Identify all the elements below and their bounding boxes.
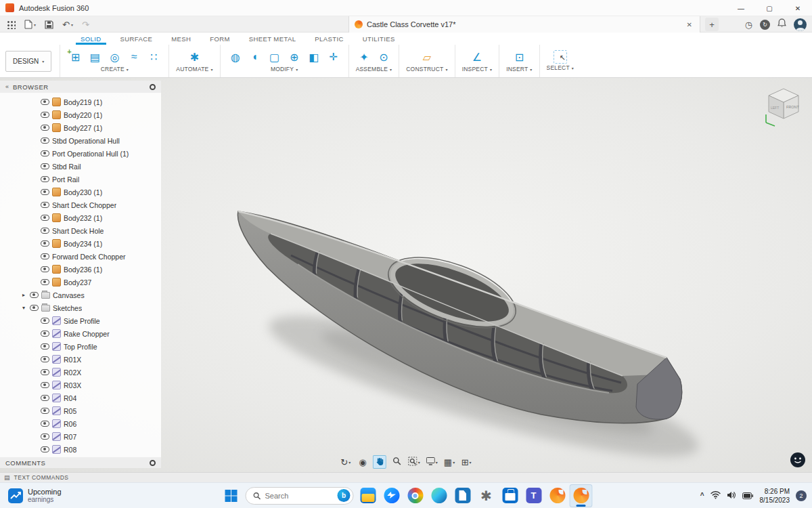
visibility-eye-icon[interactable] (41, 150, 49, 156)
bing-icon[interactable]: b (338, 489, 351, 502)
expand-caret-icon[interactable] (20, 292, 27, 298)
save-icon[interactable] (45, 20, 53, 29)
visibility-eye-icon[interactable] (41, 318, 49, 324)
zoom-icon[interactable]: ▾ (390, 455, 403, 469)
redo-icon[interactable]: ↷ (82, 20, 89, 30)
browser-item[interactable]: Canvases (0, 289, 161, 301)
taskbar-app-edge[interactable] (428, 484, 451, 507)
file-menu-icon[interactable]: ▾ (24, 20, 36, 29)
taskbar-app-libreoffice[interactable] (451, 484, 474, 507)
fit-icon[interactable]: ▾ (407, 455, 422, 469)
visibility-eye-icon[interactable] (41, 228, 49, 234)
construct-plane-icon[interactable]: ▱ (419, 49, 435, 65)
extrude-icon[interactable]: ▤ (87, 49, 103, 65)
taskbar-app-store[interactable] (499, 484, 522, 507)
insert-menu-label[interactable]: INSERT▾ (506, 66, 532, 72)
ribbon-tab[interactable]: MESH (166, 33, 196, 45)
browser-item[interactable]: Forward Deck Chopper (0, 250, 161, 263)
pattern-icon[interactable]: ∷ (145, 49, 162, 65)
browser-item[interactable]: Body219 (1) (0, 96, 161, 108)
orbit-icon[interactable]: ↻▾ (339, 455, 353, 469)
document-tab[interactable]: Castle Class Corvette v17* ✕ (348, 16, 700, 33)
browser-item[interactable]: Rake Chopper (0, 327, 161, 340)
browser-item[interactable]: Body237 (0, 276, 161, 289)
battery-icon[interactable] (742, 490, 754, 502)
taskbar-widget[interactable]: Upcoming earnings (4, 483, 66, 508)
hidden-icons-chevron[interactable]: ^ (700, 492, 704, 499)
fillet-icon[interactable]: ◖ (247, 49, 263, 65)
browser-item[interactable]: R06 (0, 417, 161, 430)
visibility-eye-icon[interactable] (41, 369, 49, 375)
browser-item[interactable]: Shart Deck Hole (0, 224, 161, 237)
visibility-eye-icon[interactable] (41, 421, 49, 427)
browser-item[interactable]: Top Profile (0, 340, 161, 353)
browser-item[interactable]: Stbd Rail (0, 160, 161, 173)
visibility-eye-icon[interactable] (41, 240, 49, 247)
press-pull-icon[interactable]: ◍ (227, 49, 244, 65)
view-cube[interactable]: FRONT LEFT (762, 83, 805, 128)
search-input[interactable] (265, 492, 334, 500)
text-commands-bar[interactable]: ▤ TEXT COMMANDS (0, 472, 812, 482)
taskbar-app-fusion-360-active[interactable] (570, 484, 593, 507)
measure-icon[interactable]: ∠ (469, 49, 485, 65)
visibility-eye-icon[interactable] (41, 125, 49, 131)
create-sketch-icon[interactable]: ⊞ (67, 49, 83, 65)
taskbar-app-teams[interactable] (522, 484, 545, 507)
extensions-icon[interactable]: ↻ (760, 20, 770, 30)
taskbar-app-fusion-360[interactable] (546, 484, 569, 507)
taskbar-app-file-explorer[interactable] (357, 484, 380, 507)
construct-menu-label[interactable]: CONSTRUCT▾ (406, 66, 447, 72)
sweep-icon[interactable]: ≈ (126, 49, 142, 65)
browser-item[interactable]: Body234 (1) (0, 237, 161, 250)
shell-icon[interactable]: ▢ (267, 49, 283, 65)
visibility-eye-icon[interactable] (41, 163, 49, 169)
new-tab-button[interactable]: + (705, 18, 719, 31)
browser-item[interactable]: R02X (0, 366, 161, 379)
combine-icon[interactable]: ⊕ (286, 49, 302, 65)
display-settings-dot-icon[interactable] (150, 84, 156, 90)
maximize-button[interactable]: ▢ (755, 0, 784, 16)
joint-icon[interactable]: ⊙ (376, 49, 392, 65)
visibility-eye-icon[interactable] (41, 112, 49, 118)
assistant-bubble[interactable] (790, 452, 806, 468)
browser-item[interactable]: Port Operational Hull (1) (0, 147, 161, 160)
select-menu-label[interactable]: SELECT▾ (547, 64, 574, 71)
browser-item[interactable]: Body227 (1) (0, 121, 161, 134)
browser-item[interactable]: Body236 (1) (0, 263, 161, 276)
ribbon-tab[interactable]: SHEET METAL (244, 33, 301, 45)
notifications-icon[interactable] (777, 18, 786, 30)
comments-header[interactable]: COMMENTS (0, 457, 161, 468)
visibility-eye-icon[interactable] (41, 279, 49, 285)
visibility-eye-icon[interactable] (41, 343, 49, 350)
create-menu-label[interactable]: CREATE▾ (101, 66, 129, 72)
visibility-eye-icon[interactable] (41, 99, 49, 105)
browser-item[interactable]: Body232 (1) (0, 211, 161, 224)
browser-item[interactable]: R05 (0, 404, 161, 417)
visibility-eye-icon[interactable] (30, 292, 39, 298)
browser-item[interactable]: R08 (0, 443, 161, 456)
undo-icon[interactable]: ↶▾ (62, 20, 73, 30)
visibility-eye-icon[interactable] (41, 253, 49, 259)
browser-item[interactable]: Body220 (1) (0, 108, 161, 121)
taskbar-search[interactable]: b (246, 487, 354, 505)
wifi-icon[interactable] (710, 490, 721, 502)
display-settings-icon[interactable]: ▾ (425, 455, 439, 469)
assemble-menu-label[interactable]: ASSEMBLE▾ (356, 66, 392, 72)
modify-menu-label[interactable]: MODIFY▾ (271, 66, 298, 72)
automate-icon[interactable]: ✱ (186, 49, 202, 65)
browser-item[interactable]: Shart Deck Chopper (0, 198, 161, 211)
start-button[interactable] (220, 484, 243, 507)
visibility-eye-icon[interactable] (41, 395, 49, 401)
minimize-button[interactable]: — (727, 0, 755, 16)
visibility-eye-icon[interactable] (41, 137, 49, 144)
notification-count-badge[interactable]: 2 (796, 490, 807, 501)
taskbar-app-messenger[interactable] (380, 484, 403, 507)
new-component-icon[interactable]: ✦ (356, 49, 372, 65)
3d-viewport[interactable]: FRONT LEFT « BROWSER Body219 (1) Body220 (0, 78, 812, 472)
insert-icon[interactable]: ⊡ (511, 49, 527, 65)
browser-item[interactable]: Stbd Operational Hull (0, 134, 161, 147)
select-icon[interactable]: ↖ (554, 50, 567, 64)
collapse-panel-icon[interactable]: « (5, 83, 9, 90)
visibility-eye-icon[interactable] (41, 408, 49, 414)
visibility-eye-icon[interactable] (41, 266, 49, 272)
